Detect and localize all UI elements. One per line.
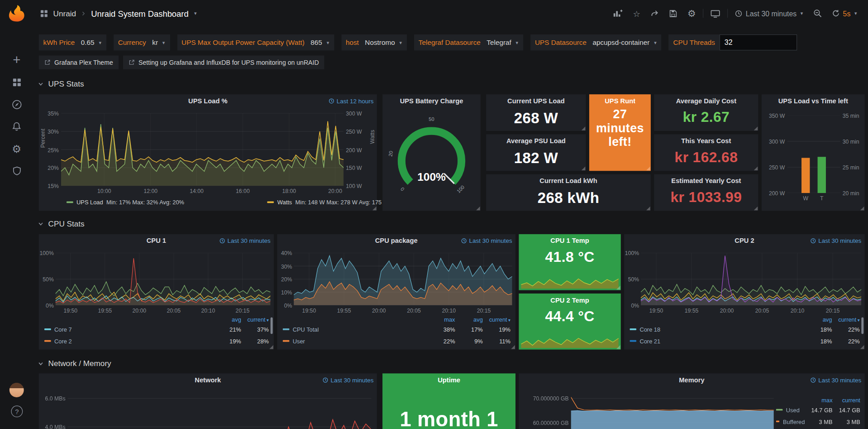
- legend-item[interactable]: UPS Load Min: 17% Max: 32% Avg: 20%: [67, 198, 184, 205]
- legend-sort-header[interactable]: current: [833, 396, 860, 403]
- graph-canvas[interactable]: [571, 392, 774, 429]
- legend-series-name[interactable]: Core 18: [630, 326, 804, 333]
- dashboard-link[interactable]: Grafana Plex Theme: [39, 55, 119, 69]
- graph-canvas[interactable]: [294, 253, 512, 305]
- legend-sort-header[interactable]: avg: [214, 316, 241, 323]
- graph-plot[interactable]: [55, 253, 270, 305]
- sidebar-create-button[interactable]: +: [0, 49, 33, 71]
- graph-canvas[interactable]: [55, 253, 270, 305]
- variable-currency[interactable]: Currencykr▾: [114, 34, 170, 51]
- graph-plot[interactable]: [67, 392, 371, 429]
- legend-series-name[interactable]: CPU Total: [283, 326, 428, 333]
- legend-series-name[interactable]: Core 2: [44, 337, 214, 344]
- dashboard-link[interactable]: Setting up Grafana and InfluxDB for UPS …: [123, 55, 324, 69]
- variable-value[interactable]: 865▾: [309, 39, 334, 46]
- row-header-cpu-stats[interactable]: CPU Stats: [38, 218, 84, 229]
- breadcrumb-folder[interactable]: Unraid: [53, 9, 76, 18]
- sidebar-alerting-button[interactable]: [0, 116, 33, 138]
- panel-title[interactable]: This Years Cost: [670, 137, 743, 145]
- bar-canvas[interactable]: [787, 116, 840, 193]
- panel-title[interactable]: Uptime: [398, 376, 500, 384]
- sidebar-configuration-button[interactable]: ⚙: [0, 138, 33, 160]
- legend-series-name[interactable]: Buffered: [776, 418, 805, 425]
- legend-sort-header[interactable]: max: [805, 396, 832, 403]
- refresh-picker[interactable]: 5s ▾: [827, 6, 861, 20]
- legend-sort-header[interactable]: avg: [455, 316, 483, 323]
- panel-title[interactable]: Average PSU Load: [501, 137, 570, 145]
- sidebar-explore-button[interactable]: [0, 93, 33, 116]
- panel-resize-handle[interactable]: [372, 207, 377, 211]
- variable-value[interactable]: 0.65▾: [79, 39, 106, 46]
- time-range-picker[interactable]: Last 30 minutes ▾: [731, 6, 807, 20]
- zoom-out-button[interactable]: [809, 6, 826, 20]
- panel-resize-handle[interactable]: [616, 286, 620, 290]
- panel-title[interactable]: Network: [54, 376, 362, 384]
- panel-resize-handle[interactable]: [269, 345, 273, 349]
- panel-resize-handle[interactable]: [646, 166, 650, 170]
- legend-scrollbar[interactable]: [271, 318, 273, 334]
- legend-series-name[interactable]: Core 7: [44, 326, 214, 333]
- graph-plot[interactable]: [61, 113, 344, 186]
- row-header-ups-stats[interactable]: UPS Stats: [38, 78, 84, 89]
- save-dashboard-button[interactable]: [665, 6, 682, 20]
- panel-title[interactable]: UPS Battery Charge: [398, 97, 465, 105]
- panel-title[interactable]: Estimated Yearly Cost: [670, 177, 743, 185]
- legend-sort-header[interactable]: max: [427, 316, 455, 323]
- panel-title[interactable]: Memory: [534, 376, 849, 384]
- variable-value[interactable]: kr▾: [151, 39, 170, 46]
- panel-title[interactable]: UPS Load vs Time left: [777, 97, 849, 105]
- panel-resize-handle[interactable]: [616, 345, 620, 349]
- graph-plot[interactable]: [571, 392, 774, 429]
- variable-kwh-price[interactable]: kWh Price0.65▾: [39, 34, 106, 51]
- panel-resize-handle[interactable]: [582, 166, 586, 170]
- legend-series-name[interactable]: Core 21: [630, 337, 804, 344]
- bar-chart-plot[interactable]: [787, 116, 840, 193]
- caret-down-icon[interactable]: ▾: [194, 10, 197, 16]
- graph-plot[interactable]: [294, 253, 512, 305]
- add-panel-button[interactable]: [608, 6, 627, 20]
- panel-resize-handle[interactable]: [860, 207, 864, 211]
- variable-ups-datasource[interactable]: UPS Datasourceapcupsd-container▾: [530, 34, 662, 51]
- help-button[interactable]: ?: [11, 405, 23, 417]
- panel-resize-handle[interactable]: [511, 345, 515, 349]
- panel-title[interactable]: UPS Runtime: [605, 97, 635, 105]
- star-dashboard-button[interactable]: ☆: [629, 6, 645, 20]
- panel-title[interactable]: CPU 1 Temp: [534, 237, 606, 245]
- graph-plot[interactable]: [641, 253, 861, 305]
- variable-value[interactable]: Telegraf▾: [485, 39, 524, 46]
- legend-item[interactable]: Watts Min: 148 W Max: 278 W Avg: 175 W: [267, 198, 389, 205]
- variable-value[interactable]: apcupsd-container▾: [591, 39, 662, 46]
- graph-canvas[interactable]: [67, 392, 371, 429]
- legend-series-name[interactable]: Used: [776, 406, 805, 413]
- panel-resize-handle[interactable]: [646, 207, 650, 211]
- variable-ups-max-power[interactable]: UPS Max Output Power Capacity (Watt)865▾: [177, 34, 334, 51]
- breadcrumb-dashboard-title[interactable]: Unraid System Dashboard: [91, 9, 188, 18]
- panel-resize-handle[interactable]: [582, 126, 586, 130]
- panel-resize-handle[interactable]: [860, 345, 864, 349]
- dashboard-settings-button[interactable]: ⚙: [683, 6, 700, 21]
- variable-host[interactable]: hostNostromo▾: [341, 34, 407, 51]
- graph-canvas[interactable]: [641, 253, 861, 305]
- graph-canvas[interactable]: [61, 113, 344, 186]
- panel-resize-handle[interactable]: [476, 207, 480, 211]
- panel-title[interactable]: UPS Load %: [54, 97, 362, 105]
- user-avatar[interactable]: [10, 383, 24, 397]
- variable-telegraf-datasource[interactable]: Telegraf DatasourceTelegraf▾: [414, 34, 523, 51]
- panel-resize-handle[interactable]: [754, 207, 758, 211]
- sidebar-dashboards-button[interactable]: [0, 71, 33, 93]
- panel-title[interactable]: Current UPS Load: [501, 97, 570, 105]
- share-dashboard-button[interactable]: [646, 6, 663, 20]
- legend-scrollbar[interactable]: [861, 318, 863, 334]
- legend-sort-header[interactable]: current▾: [832, 316, 859, 323]
- panel-title[interactable]: CPU 2 Temp: [534, 296, 606, 304]
- panel-title[interactable]: Average Daily Cost: [670, 97, 743, 105]
- panel-title[interactable]: Current Load kWh: [501, 177, 635, 185]
- legend-sort-header[interactable]: current▾: [241, 316, 269, 323]
- cpu-threads-input[interactable]: [720, 34, 797, 51]
- legend-sort-header[interactable]: current▾: [483, 316, 510, 323]
- legend-sort-header[interactable]: avg: [804, 316, 832, 323]
- legend-series-name[interactable]: User: [283, 337, 428, 344]
- grafana-logo-icon[interactable]: [7, 4, 26, 23]
- panel-resize-handle[interactable]: [754, 126, 758, 130]
- panel-resize-handle[interactable]: [754, 166, 758, 170]
